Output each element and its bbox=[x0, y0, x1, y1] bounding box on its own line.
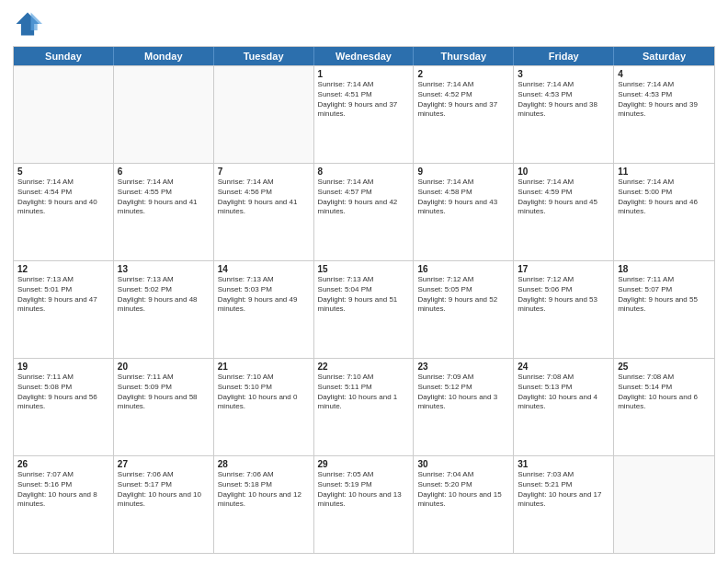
empty-cell bbox=[614, 456, 714, 553]
weekday-header-tuesday: Tuesday bbox=[214, 47, 314, 65]
day-number: 23 bbox=[417, 362, 509, 372]
calendar-body: 1Sunrise: 7:14 AM Sunset: 4:51 PM Daylig… bbox=[14, 65, 714, 553]
day-number: 12 bbox=[17, 264, 109, 274]
weekday-header-saturday: Saturday bbox=[614, 47, 714, 65]
day-info: Sunrise: 7:14 AM Sunset: 4:55 PM Dayligh… bbox=[118, 178, 210, 217]
day-info: Sunrise: 7:14 AM Sunset: 4:57 PM Dayligh… bbox=[318, 178, 410, 217]
day-number: 13 bbox=[118, 264, 210, 274]
day-cell-30: 30Sunrise: 7:04 AM Sunset: 5:20 PM Dayli… bbox=[414, 456, 514, 553]
day-cell-7: 7Sunrise: 7:14 AM Sunset: 4:56 PM Daylig… bbox=[214, 164, 314, 260]
day-cell-20: 20Sunrise: 7:11 AM Sunset: 5:09 PM Dayli… bbox=[114, 359, 214, 455]
day-info: Sunrise: 7:14 AM Sunset: 4:56 PM Dayligh… bbox=[218, 178, 310, 217]
day-cell-2: 2Sunrise: 7:14 AM Sunset: 4:52 PM Daylig… bbox=[414, 66, 514, 163]
calendar-week-3: 12Sunrise: 7:13 AM Sunset: 5:01 PM Dayli… bbox=[14, 260, 714, 358]
day-info: Sunrise: 7:03 AM Sunset: 5:21 PM Dayligh… bbox=[518, 470, 609, 510]
day-number: 20 bbox=[118, 362, 210, 372]
day-info: Sunrise: 7:10 AM Sunset: 5:10 PM Dayligh… bbox=[218, 373, 310, 412]
day-cell-24: 24Sunrise: 7:08 AM Sunset: 5:13 PM Dayli… bbox=[514, 359, 614, 455]
day-info: Sunrise: 7:14 AM Sunset: 4:54 PM Dayligh… bbox=[17, 178, 109, 217]
day-info: Sunrise: 7:12 AM Sunset: 5:06 PM Dayligh… bbox=[518, 275, 609, 315]
day-number: 24 bbox=[518, 362, 609, 372]
day-info: Sunrise: 7:14 AM Sunset: 4:53 PM Dayligh… bbox=[618, 80, 711, 120]
day-number: 3 bbox=[518, 69, 609, 79]
day-cell-11: 11Sunrise: 7:14 AM Sunset: 5:00 PM Dayli… bbox=[614, 164, 714, 260]
day-info: Sunrise: 7:09 AM Sunset: 5:12 PM Dayligh… bbox=[417, 373, 509, 412]
day-cell-4: 4Sunrise: 7:14 AM Sunset: 4:53 PM Daylig… bbox=[614, 66, 714, 163]
day-number: 7 bbox=[218, 167, 310, 177]
day-number: 21 bbox=[218, 362, 310, 372]
day-cell-17: 17Sunrise: 7:12 AM Sunset: 5:06 PM Dayli… bbox=[514, 261, 614, 358]
header bbox=[13, 9, 715, 39]
day-number: 10 bbox=[518, 167, 609, 177]
day-info: Sunrise: 7:05 AM Sunset: 5:19 PM Dayligh… bbox=[318, 470, 410, 510]
day-info: Sunrise: 7:10 AM Sunset: 5:11 PM Dayligh… bbox=[318, 373, 410, 412]
calendar-week-2: 5Sunrise: 7:14 AM Sunset: 4:54 PM Daylig… bbox=[14, 163, 714, 260]
day-number: 18 bbox=[618, 264, 711, 274]
day-cell-18: 18Sunrise: 7:11 AM Sunset: 5:07 PM Dayli… bbox=[614, 261, 714, 358]
day-cell-31: 31Sunrise: 7:03 AM Sunset: 5:21 PM Dayli… bbox=[514, 456, 614, 553]
day-cell-6: 6Sunrise: 7:14 AM Sunset: 4:55 PM Daylig… bbox=[114, 164, 214, 260]
day-number: 11 bbox=[618, 167, 711, 177]
day-cell-15: 15Sunrise: 7:13 AM Sunset: 5:04 PM Dayli… bbox=[314, 261, 415, 358]
day-number: 31 bbox=[518, 459, 609, 469]
day-info: Sunrise: 7:13 AM Sunset: 5:03 PM Dayligh… bbox=[218, 275, 310, 315]
day-info: Sunrise: 7:07 AM Sunset: 5:16 PM Dayligh… bbox=[17, 470, 109, 510]
weekday-header-thursday: Thursday bbox=[414, 47, 514, 65]
day-info: Sunrise: 7:14 AM Sunset: 4:58 PM Dayligh… bbox=[417, 178, 509, 217]
day-info: Sunrise: 7:06 AM Sunset: 5:18 PM Dayligh… bbox=[218, 470, 310, 510]
day-cell-25: 25Sunrise: 7:08 AM Sunset: 5:14 PM Dayli… bbox=[614, 359, 714, 455]
day-cell-8: 8Sunrise: 7:14 AM Sunset: 4:57 PM Daylig… bbox=[314, 164, 415, 260]
day-number: 30 bbox=[417, 459, 509, 469]
day-info: Sunrise: 7:06 AM Sunset: 5:17 PM Dayligh… bbox=[118, 470, 210, 510]
day-info: Sunrise: 7:11 AM Sunset: 5:08 PM Dayligh… bbox=[17, 373, 109, 412]
empty-cell bbox=[14, 66, 114, 163]
day-number: 5 bbox=[17, 167, 109, 177]
day-info: Sunrise: 7:14 AM Sunset: 4:53 PM Dayligh… bbox=[518, 80, 609, 120]
day-cell-28: 28Sunrise: 7:06 AM Sunset: 5:18 PM Dayli… bbox=[214, 456, 314, 553]
day-number: 1 bbox=[318, 69, 410, 79]
day-number: 8 bbox=[318, 167, 410, 177]
day-cell-23: 23Sunrise: 7:09 AM Sunset: 5:12 PM Dayli… bbox=[414, 359, 514, 455]
day-number: 25 bbox=[618, 362, 711, 372]
day-number: 28 bbox=[218, 459, 310, 469]
day-number: 4 bbox=[618, 69, 711, 79]
day-number: 16 bbox=[417, 264, 509, 274]
weekday-header-friday: Friday bbox=[514, 47, 614, 65]
day-cell-3: 3Sunrise: 7:14 AM Sunset: 4:53 PM Daylig… bbox=[514, 66, 614, 163]
calendar-week-4: 19Sunrise: 7:11 AM Sunset: 5:08 PM Dayli… bbox=[14, 358, 714, 455]
day-cell-19: 19Sunrise: 7:11 AM Sunset: 5:08 PM Dayli… bbox=[14, 359, 114, 455]
svg-marker-1 bbox=[31, 13, 42, 31]
calendar-header: SundayMondayTuesdayWednesdayThursdayFrid… bbox=[14, 47, 714, 65]
day-cell-5: 5Sunrise: 7:14 AM Sunset: 4:54 PM Daylig… bbox=[14, 164, 114, 260]
day-info: Sunrise: 7:04 AM Sunset: 5:20 PM Dayligh… bbox=[417, 470, 509, 510]
logo bbox=[13, 9, 46, 39]
calendar-week-5: 26Sunrise: 7:07 AM Sunset: 5:16 PM Dayli… bbox=[14, 455, 714, 553]
day-cell-14: 14Sunrise: 7:13 AM Sunset: 5:03 PM Dayli… bbox=[214, 261, 314, 358]
day-cell-12: 12Sunrise: 7:13 AM Sunset: 5:01 PM Dayli… bbox=[14, 261, 114, 358]
day-number: 26 bbox=[17, 459, 109, 469]
calendar: SundayMondayTuesdayWednesdayThursdayFrid… bbox=[13, 46, 715, 554]
day-number: 14 bbox=[218, 264, 310, 274]
day-number: 27 bbox=[118, 459, 210, 469]
day-info: Sunrise: 7:14 AM Sunset: 5:00 PM Dayligh… bbox=[618, 178, 711, 217]
day-info: Sunrise: 7:08 AM Sunset: 5:14 PM Dayligh… bbox=[618, 373, 711, 412]
weekday-header-wednesday: Wednesday bbox=[314, 47, 415, 65]
day-cell-22: 22Sunrise: 7:10 AM Sunset: 5:11 PM Dayli… bbox=[314, 359, 415, 455]
day-cell-26: 26Sunrise: 7:07 AM Sunset: 5:16 PM Dayli… bbox=[14, 456, 114, 553]
day-number: 19 bbox=[17, 362, 109, 372]
day-info: Sunrise: 7:14 AM Sunset: 4:51 PM Dayligh… bbox=[318, 80, 410, 120]
day-number: 29 bbox=[318, 459, 410, 469]
day-number: 2 bbox=[417, 69, 509, 79]
day-number: 9 bbox=[417, 167, 509, 177]
day-info: Sunrise: 7:11 AM Sunset: 5:09 PM Dayligh… bbox=[118, 373, 210, 412]
day-info: Sunrise: 7:13 AM Sunset: 5:04 PM Dayligh… bbox=[318, 275, 410, 315]
day-cell-21: 21Sunrise: 7:10 AM Sunset: 5:10 PM Dayli… bbox=[214, 359, 314, 455]
day-info: Sunrise: 7:11 AM Sunset: 5:07 PM Dayligh… bbox=[618, 275, 711, 315]
day-info: Sunrise: 7:14 AM Sunset: 4:52 PM Dayligh… bbox=[417, 80, 509, 120]
logo-icon bbox=[13, 9, 42, 39]
day-cell-9: 9Sunrise: 7:14 AM Sunset: 4:58 PM Daylig… bbox=[414, 164, 514, 260]
empty-cell bbox=[214, 66, 314, 163]
weekday-header-monday: Monday bbox=[114, 47, 214, 65]
day-number: 15 bbox=[318, 264, 410, 274]
page: SundayMondayTuesdayWednesdayThursdayFrid… bbox=[0, 0, 728, 563]
